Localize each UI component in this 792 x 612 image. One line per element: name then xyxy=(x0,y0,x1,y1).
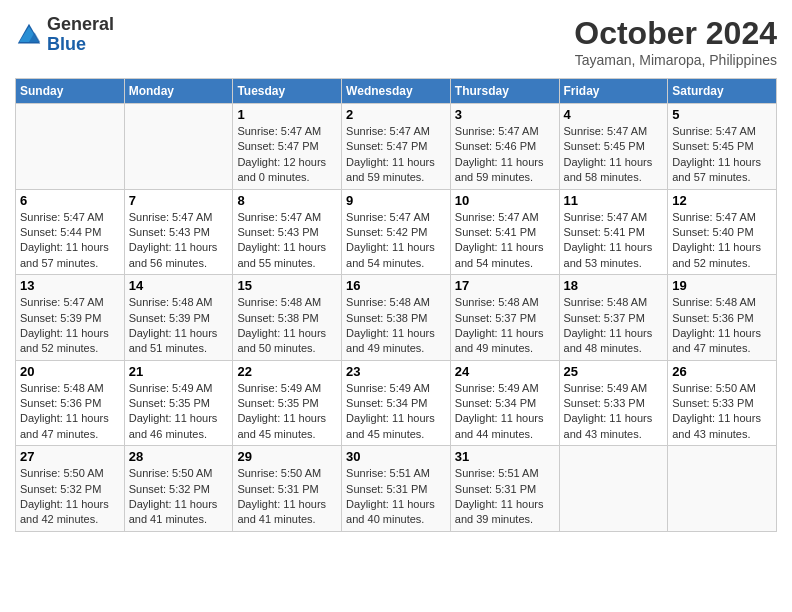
day-info: Sunrise: 5:50 AMSunset: 5:32 PMDaylight:… xyxy=(129,466,229,528)
day-info: Sunrise: 5:47 AMSunset: 5:41 PMDaylight:… xyxy=(455,210,555,272)
day-number: 11 xyxy=(564,193,664,208)
day-info: Sunrise: 5:48 AMSunset: 5:38 PMDaylight:… xyxy=(346,295,446,357)
day-number: 5 xyxy=(672,107,772,122)
calendar-cell: 13Sunrise: 5:47 AMSunset: 5:39 PMDayligh… xyxy=(16,275,125,361)
weekday-header: Friday xyxy=(559,79,668,104)
day-info: Sunrise: 5:51 AMSunset: 5:31 PMDaylight:… xyxy=(455,466,555,528)
day-number: 6 xyxy=(20,193,120,208)
calendar-week-row: 20Sunrise: 5:48 AMSunset: 5:36 PMDayligh… xyxy=(16,360,777,446)
day-number: 28 xyxy=(129,449,229,464)
day-info: Sunrise: 5:47 AMSunset: 5:39 PMDaylight:… xyxy=(20,295,120,357)
day-info: Sunrise: 5:47 AMSunset: 5:40 PMDaylight:… xyxy=(672,210,772,272)
calendar-cell: 28Sunrise: 5:50 AMSunset: 5:32 PMDayligh… xyxy=(124,446,233,532)
weekday-header: Monday xyxy=(124,79,233,104)
day-number: 24 xyxy=(455,364,555,379)
day-info: Sunrise: 5:47 AMSunset: 5:42 PMDaylight:… xyxy=(346,210,446,272)
day-number: 2 xyxy=(346,107,446,122)
calendar-week-row: 27Sunrise: 5:50 AMSunset: 5:32 PMDayligh… xyxy=(16,446,777,532)
calendar-cell: 16Sunrise: 5:48 AMSunset: 5:38 PMDayligh… xyxy=(342,275,451,361)
logo: General Blue xyxy=(15,15,114,55)
calendar-cell: 29Sunrise: 5:50 AMSunset: 5:31 PMDayligh… xyxy=(233,446,342,532)
day-info: Sunrise: 5:47 AMSunset: 5:47 PMDaylight:… xyxy=(346,124,446,186)
day-info: Sunrise: 5:50 AMSunset: 5:31 PMDaylight:… xyxy=(237,466,337,528)
day-info: Sunrise: 5:49 AMSunset: 5:35 PMDaylight:… xyxy=(237,381,337,443)
day-info: Sunrise: 5:49 AMSunset: 5:35 PMDaylight:… xyxy=(129,381,229,443)
day-info: Sunrise: 5:48 AMSunset: 5:36 PMDaylight:… xyxy=(672,295,772,357)
day-number: 13 xyxy=(20,278,120,293)
calendar-cell xyxy=(16,104,125,190)
calendar-week-row: 13Sunrise: 5:47 AMSunset: 5:39 PMDayligh… xyxy=(16,275,777,361)
day-info: Sunrise: 5:47 AMSunset: 5:44 PMDaylight:… xyxy=(20,210,120,272)
weekday-header: Tuesday xyxy=(233,79,342,104)
calendar-cell: 3Sunrise: 5:47 AMSunset: 5:46 PMDaylight… xyxy=(450,104,559,190)
calendar-cell: 24Sunrise: 5:49 AMSunset: 5:34 PMDayligh… xyxy=(450,360,559,446)
day-number: 22 xyxy=(237,364,337,379)
calendar-cell xyxy=(668,446,777,532)
day-info: Sunrise: 5:49 AMSunset: 5:33 PMDaylight:… xyxy=(564,381,664,443)
day-number: 12 xyxy=(672,193,772,208)
day-info: Sunrise: 5:50 AMSunset: 5:32 PMDaylight:… xyxy=(20,466,120,528)
day-info: Sunrise: 5:48 AMSunset: 5:39 PMDaylight:… xyxy=(129,295,229,357)
weekday-header: Saturday xyxy=(668,79,777,104)
calendar-cell: 12Sunrise: 5:47 AMSunset: 5:40 PMDayligh… xyxy=(668,189,777,275)
calendar-cell: 31Sunrise: 5:51 AMSunset: 5:31 PMDayligh… xyxy=(450,446,559,532)
day-number: 10 xyxy=(455,193,555,208)
calendar-cell: 1Sunrise: 5:47 AMSunset: 5:47 PMDaylight… xyxy=(233,104,342,190)
title-block: October 2024 Tayaman, Mimaropa, Philippi… xyxy=(574,15,777,68)
day-number: 27 xyxy=(20,449,120,464)
calendar-cell: 20Sunrise: 5:48 AMSunset: 5:36 PMDayligh… xyxy=(16,360,125,446)
day-number: 17 xyxy=(455,278,555,293)
day-number: 31 xyxy=(455,449,555,464)
calendar-cell: 15Sunrise: 5:48 AMSunset: 5:38 PMDayligh… xyxy=(233,275,342,361)
day-number: 18 xyxy=(564,278,664,293)
calendar-cell: 17Sunrise: 5:48 AMSunset: 5:37 PMDayligh… xyxy=(450,275,559,361)
calendar-cell: 7Sunrise: 5:47 AMSunset: 5:43 PMDaylight… xyxy=(124,189,233,275)
calendar-cell xyxy=(559,446,668,532)
logo-text: General Blue xyxy=(47,15,114,55)
calendar-cell: 10Sunrise: 5:47 AMSunset: 5:41 PMDayligh… xyxy=(450,189,559,275)
day-info: Sunrise: 5:47 AMSunset: 5:45 PMDaylight:… xyxy=(564,124,664,186)
day-number: 7 xyxy=(129,193,229,208)
day-info: Sunrise: 5:48 AMSunset: 5:36 PMDaylight:… xyxy=(20,381,120,443)
day-info: Sunrise: 5:51 AMSunset: 5:31 PMDaylight:… xyxy=(346,466,446,528)
day-number: 25 xyxy=(564,364,664,379)
calendar-cell: 22Sunrise: 5:49 AMSunset: 5:35 PMDayligh… xyxy=(233,360,342,446)
day-info: Sunrise: 5:50 AMSunset: 5:33 PMDaylight:… xyxy=(672,381,772,443)
day-info: Sunrise: 5:47 AMSunset: 5:46 PMDaylight:… xyxy=(455,124,555,186)
weekday-header: Wednesday xyxy=(342,79,451,104)
page-header: General Blue October 2024 Tayaman, Mimar… xyxy=(15,15,777,68)
calendar-week-row: 6Sunrise: 5:47 AMSunset: 5:44 PMDaylight… xyxy=(16,189,777,275)
calendar-cell: 26Sunrise: 5:50 AMSunset: 5:33 PMDayligh… xyxy=(668,360,777,446)
day-number: 4 xyxy=(564,107,664,122)
day-info: Sunrise: 5:47 AMSunset: 5:45 PMDaylight:… xyxy=(672,124,772,186)
calendar-cell: 2Sunrise: 5:47 AMSunset: 5:47 PMDaylight… xyxy=(342,104,451,190)
calendar-cell xyxy=(124,104,233,190)
calendar-cell: 21Sunrise: 5:49 AMSunset: 5:35 PMDayligh… xyxy=(124,360,233,446)
day-info: Sunrise: 5:47 AMSunset: 5:47 PMDaylight:… xyxy=(237,124,337,186)
calendar-cell: 8Sunrise: 5:47 AMSunset: 5:43 PMDaylight… xyxy=(233,189,342,275)
calendar-cell: 4Sunrise: 5:47 AMSunset: 5:45 PMDaylight… xyxy=(559,104,668,190)
day-info: Sunrise: 5:48 AMSunset: 5:38 PMDaylight:… xyxy=(237,295,337,357)
calendar-cell: 5Sunrise: 5:47 AMSunset: 5:45 PMDaylight… xyxy=(668,104,777,190)
calendar-cell: 11Sunrise: 5:47 AMSunset: 5:41 PMDayligh… xyxy=(559,189,668,275)
calendar-cell: 9Sunrise: 5:47 AMSunset: 5:42 PMDaylight… xyxy=(342,189,451,275)
calendar-week-row: 1Sunrise: 5:47 AMSunset: 5:47 PMDaylight… xyxy=(16,104,777,190)
day-number: 9 xyxy=(346,193,446,208)
day-number: 8 xyxy=(237,193,337,208)
day-number: 29 xyxy=(237,449,337,464)
day-info: Sunrise: 5:49 AMSunset: 5:34 PMDaylight:… xyxy=(346,381,446,443)
calendar-cell: 19Sunrise: 5:48 AMSunset: 5:36 PMDayligh… xyxy=(668,275,777,361)
day-number: 20 xyxy=(20,364,120,379)
day-number: 19 xyxy=(672,278,772,293)
day-number: 16 xyxy=(346,278,446,293)
day-number: 21 xyxy=(129,364,229,379)
calendar-cell: 25Sunrise: 5:49 AMSunset: 5:33 PMDayligh… xyxy=(559,360,668,446)
logo-icon xyxy=(15,21,43,49)
day-info: Sunrise: 5:47 AMSunset: 5:43 PMDaylight:… xyxy=(237,210,337,272)
calendar-cell: 27Sunrise: 5:50 AMSunset: 5:32 PMDayligh… xyxy=(16,446,125,532)
month-title: October 2024 xyxy=(574,15,777,52)
calendar-cell: 30Sunrise: 5:51 AMSunset: 5:31 PMDayligh… xyxy=(342,446,451,532)
day-info: Sunrise: 5:47 AMSunset: 5:41 PMDaylight:… xyxy=(564,210,664,272)
day-number: 1 xyxy=(237,107,337,122)
calendar-cell: 14Sunrise: 5:48 AMSunset: 5:39 PMDayligh… xyxy=(124,275,233,361)
